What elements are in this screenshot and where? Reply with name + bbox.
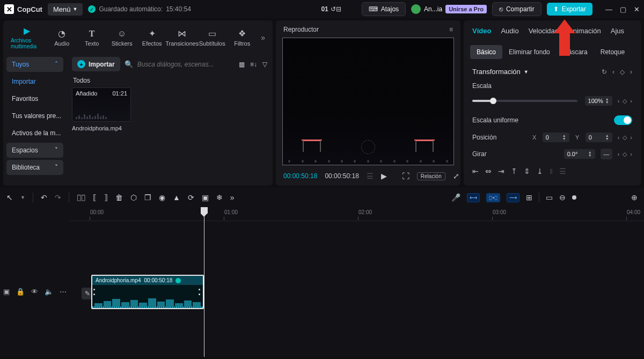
tab-stickers[interactable]: ☺ Stickers: [108, 28, 135, 48]
maximize-icon[interactable]: ▢: [620, 5, 626, 13]
pos-x-field[interactable]: 0 ▲▼: [543, 133, 569, 142]
magnet-chip[interactable]: ⌷•⌷: [486, 193, 500, 202]
tab-audio[interactable]: ◔ Audio: [48, 27, 75, 48]
media-item[interactable]: Añadido 01:21 Androidphoria.mp4: [72, 87, 131, 131]
player-menu-icon[interactable]: ≡: [449, 26, 453, 33]
pro-badge[interactable]: Unirse a Pro: [445, 5, 487, 13]
keyframe-next-icon[interactable]: ›: [630, 68, 632, 76]
stepper-icon[interactable]: ▲▼: [562, 134, 566, 141]
fullscreen-icon[interactable]: ⛶: [402, 172, 409, 180]
stepper-icon[interactable]: ▲▼: [588, 151, 592, 157]
filter-icon[interactable]: ▽: [262, 61, 267, 68]
tab-media[interactable]: ▶ Archivos multimedia: [9, 25, 45, 50]
grid-view-icon[interactable]: ▦: [239, 61, 245, 68]
minimize-icon[interactable]: —: [605, 5, 612, 13]
sidebar-item-library[interactable]: Biblioteca ˅: [6, 160, 63, 175]
media-search-input[interactable]: [137, 61, 235, 68]
redo-icon[interactable]: ↷: [55, 193, 61, 202]
align-center-v-icon[interactable]: ⇕: [524, 167, 530, 176]
sidebar-item-spaces[interactable]: Espacios ˅: [6, 143, 63, 158]
tab-filters[interactable]: ❖ Filtros: [229, 27, 255, 48]
scale-slider[interactable]: [472, 100, 577, 102]
timeline-ruler[interactable]: 00:00 01:00 02:00 03:00 04:00: [70, 207, 644, 221]
crop-icon[interactable]: ⬡: [130, 193, 137, 202]
distribute-h-icon[interactable]: ⫴: [550, 167, 553, 176]
timeline-clip[interactable]: Androidphoria.mp4 00:00:50:18: [91, 275, 204, 309]
uniform-scale-toggle[interactable]: [614, 115, 632, 125]
more-tabs-icon[interactable]: »: [259, 31, 267, 44]
sidebar-item-favorites[interactable]: Favoritos: [6, 91, 63, 106]
keyframe-next-icon[interactable]: ›: [630, 151, 632, 158]
duplicate-icon[interactable]: ❐: [144, 193, 151, 202]
tab-effects[interactable]: ✦ Efectos: [138, 27, 165, 48]
sidebar-item-presets[interactable]: Tus valores pre...: [6, 108, 63, 123]
history-counter[interactable]: 01 ↺⊟: [321, 5, 341, 13]
track-preview-icon[interactable]: ▭: [546, 193, 553, 202]
preview-icon[interactable]: ⊞: [526, 193, 532, 202]
mute-icon[interactable]: 🔈: [45, 288, 53, 296]
subtab-retouch[interactable]: Retoque: [594, 45, 631, 59]
playhead[interactable]: [204, 207, 204, 357]
sidebar-item-import[interactable]: Importar: [6, 74, 63, 89]
menu-button[interactable]: Menú ▼: [48, 3, 83, 16]
keyframe-prev-icon[interactable]: ‹: [618, 151, 620, 158]
stepper-icon[interactable]: ▲▼: [605, 134, 609, 141]
keyframe-prev-icon[interactable]: ‹: [618, 98, 620, 105]
pointer-tool-icon[interactable]: ↖: [6, 193, 13, 202]
keyframe-diamond-icon[interactable]: ◇: [623, 151, 627, 158]
tab-animation[interactable]: Animación: [568, 27, 601, 35]
eye-icon[interactable]: 👁: [31, 288, 38, 296]
distribute-v-icon[interactable]: ☰: [559, 167, 566, 176]
keyframe-diamond-icon[interactable]: ◇: [623, 98, 627, 105]
align-top-icon[interactable]: ⤒: [511, 167, 517, 176]
zoom-out-icon[interactable]: ⊖: [559, 193, 566, 202]
delete-icon[interactable]: 🗑: [115, 193, 123, 202]
rotate-icon[interactable]: ⟳: [188, 193, 194, 202]
subtab-basic[interactable]: Básico: [470, 45, 502, 59]
subtab-mask[interactable]: Máscara: [557, 45, 594, 59]
zoom-slider[interactable]: [572, 195, 576, 200]
transform-section-header[interactable]: Transformación▼ ↻ ‹ ◇ ›: [464, 62, 641, 78]
close-icon[interactable]: ✕: [634, 5, 640, 13]
mirror-button[interactable]: —: [601, 149, 612, 159]
keyframe-prev-icon[interactable]: ‹: [612, 68, 614, 76]
align-center-h-icon[interactable]: ⇔: [485, 167, 492, 176]
keyframe-next-icon[interactable]: ›: [630, 98, 632, 105]
avatar[interactable]: [411, 4, 421, 14]
zoom-fit-icon[interactable]: ⊕: [631, 193, 638, 202]
tab-text[interactable]: T Texto: [78, 28, 105, 48]
export-button[interactable]: ⬆ Exportar: [547, 3, 592, 16]
trim-left-icon[interactable]: ⟦: [93, 193, 97, 202]
tab-adjust[interactable]: Ajus: [611, 27, 624, 35]
trim-right-icon[interactable]: ⟧: [104, 193, 108, 202]
tab-speed[interactable]: Velocidad: [529, 27, 559, 35]
align-left-icon[interactable]: ⇤: [472, 167, 479, 176]
compare-icon[interactable]: ☰: [367, 172, 374, 180]
rotate-field[interactable]: 0.0° ▲▼: [564, 149, 595, 159]
align-bottom-icon[interactable]: ⤓: [537, 167, 543, 176]
shortcuts-button[interactable]: ⌨ Atajos: [362, 2, 406, 16]
sort-icon[interactable]: ≡↓: [250, 61, 257, 68]
crop-tool-icon[interactable]: ▣: [202, 193, 209, 202]
split-icon[interactable]: ⌷⌷: [77, 193, 85, 202]
chevron-down-icon[interactable]: ▼: [20, 195, 25, 200]
player-viewport[interactable]: [282, 38, 454, 165]
expand-icon[interactable]: ⤢: [453, 172, 459, 180]
timeline-track-area[interactable]: 00:00 01:00 02:00 03:00 04:00 Androidpho…: [70, 207, 644, 357]
record-icon[interactable]: ◉: [159, 193, 165, 202]
play-icon[interactable]: ▶: [381, 172, 387, 180]
stepper-icon[interactable]: ▲▼: [605, 98, 609, 104]
scale-value-box[interactable]: 100% ▲▼: [585, 96, 612, 106]
keyframe-diamond-icon[interactable]: ◇: [623, 134, 627, 141]
freeze-icon[interactable]: ❄: [216, 193, 223, 202]
more-tools-icon[interactable]: »: [230, 193, 235, 202]
reset-icon[interactable]: ↻: [602, 68, 607, 76]
share-button[interactable]: ⎋ Compartir: [492, 2, 541, 16]
sidebar-item-yours[interactable]: Tuyos ˄: [6, 57, 63, 72]
track-toggle-icon[interactable]: ▣: [3, 288, 10, 296]
tab-video[interactable]: Vídeo: [472, 27, 491, 35]
playhead-handle[interactable]: [201, 207, 208, 214]
subtab-remove-bg[interactable]: Eliminar fondo: [502, 45, 557, 59]
keyframe-next-icon[interactable]: ›: [630, 134, 632, 141]
link-chip[interactable]: ⟶: [507, 193, 519, 202]
